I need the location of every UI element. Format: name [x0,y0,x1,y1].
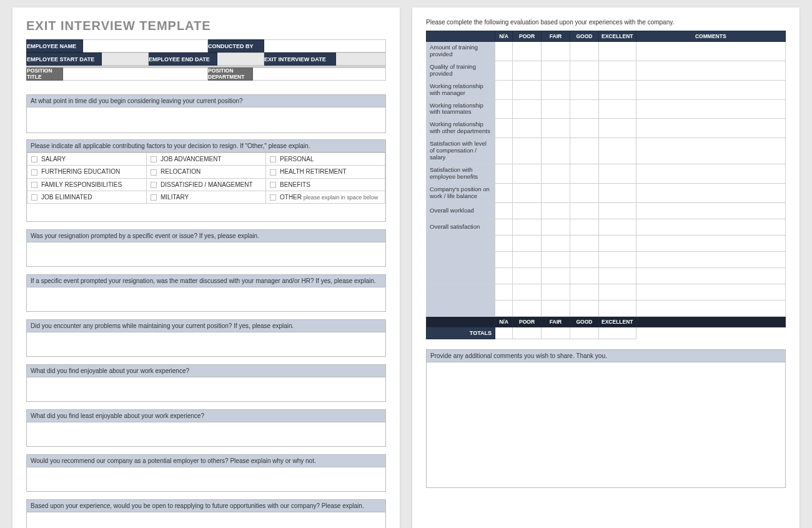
rating-comment[interactable] [636,42,785,61]
rating-total-excellent[interactable] [599,327,636,339]
factor-personal[interactable]: PERSONAL [266,153,385,166]
rating-cell[interactable] [599,80,636,99]
rating-cell[interactable] [513,235,542,251]
rating-cell[interactable] [513,42,542,61]
rating-row-blank[interactable] [427,235,495,251]
rating-row-blank[interactable] [427,267,495,284]
field-employee-name[interactable] [83,40,208,52]
rating-cell[interactable] [570,202,599,219]
question-1-answer[interactable] [27,107,385,132]
rating-row-blank[interactable] [427,284,495,300]
rating-cell[interactable] [495,251,513,267]
factor-family-responsibilities[interactable]: FAMILY RESPONSIBILITIES [27,178,147,191]
rating-comment[interactable] [636,235,785,251]
factor-benefits[interactable]: BENEFITS [266,178,385,191]
rating-row-blank[interactable] [427,251,495,267]
rating-total-good[interactable] [570,327,599,339]
rating-cell[interactable] [513,267,542,284]
rating-comment[interactable] [636,202,785,219]
rating-cell[interactable] [495,284,513,300]
rating-cell[interactable] [542,61,570,80]
question-6-answer[interactable] [27,377,385,401]
question-5-answer[interactable] [27,332,385,356]
rating-cell[interactable] [542,202,570,219]
rating-cell[interactable] [513,99,542,119]
rating-cell[interactable] [513,300,542,316]
rating-cell[interactable] [542,251,570,267]
rating-cell[interactable] [542,164,570,183]
rating-cell[interactable] [513,219,542,235]
factor-military[interactable]: MILITARY [147,191,266,204]
rating-cell[interactable] [495,202,513,219]
rating-cell[interactable] [513,251,542,267]
rating-cell[interactable] [570,42,599,61]
rating-cell[interactable] [570,80,599,99]
rating-cell[interactable] [513,284,542,300]
rating-cell[interactable] [542,80,570,99]
rating-cell[interactable] [513,138,542,164]
rating-comment[interactable] [636,138,785,164]
question-9-answer[interactable] [27,512,385,528]
rating-cell[interactable] [570,183,599,202]
rating-cell[interactable] [599,284,636,300]
field-interview-date[interactable] [336,53,386,66]
rating-total-poor[interactable] [513,327,542,339]
rating-cell[interactable] [570,138,599,164]
rating-cell[interactable] [542,267,570,284]
rating-cell[interactable] [570,219,599,235]
rating-comment[interactable] [636,99,785,119]
rating-cell[interactable] [542,42,570,61]
rating-cell[interactable] [495,235,513,251]
rating-comment[interactable] [636,164,785,183]
rating-cell[interactable] [570,61,599,80]
rating-cell[interactable] [542,119,570,138]
rating-cell[interactable] [495,164,513,183]
rating-cell[interactable] [570,284,599,300]
rating-comment[interactable] [636,80,785,99]
rating-cell[interactable] [570,267,599,284]
rating-cell[interactable] [495,119,513,138]
factor-job-eliminated[interactable]: JOB ELIMINATED [27,191,147,204]
rating-cell[interactable] [513,80,542,99]
rating-cell[interactable] [495,80,513,99]
additional-comments-field[interactable] [427,362,785,487]
field-end-date[interactable] [217,53,264,66]
rating-cell[interactable] [513,164,542,183]
rating-comment[interactable] [636,267,785,284]
rating-cell[interactable] [599,300,636,316]
factor-other[interactable]: OTHER please explain in space below [266,191,385,204]
rating-cell[interactable] [570,99,599,119]
rating-cell[interactable] [599,183,636,202]
rating-cell[interactable] [599,235,636,251]
rating-cell[interactable] [599,164,636,183]
factor-job-advancement[interactable]: JOB ADVANCEMENT [147,153,266,166]
rating-cell[interactable] [495,61,513,80]
rating-cell[interactable] [542,284,570,300]
factors-other-explain[interactable] [27,204,385,221]
rating-cell[interactable] [495,99,513,119]
factor-salary[interactable]: SALARY [27,153,147,166]
rating-comment[interactable] [636,251,785,267]
rating-cell[interactable] [599,267,636,284]
rating-comment[interactable] [636,219,785,235]
rating-cell[interactable] [513,183,542,202]
factor-relocation[interactable]: RELOCATION [147,166,266,178]
rating-cell[interactable] [495,267,513,284]
rating-comment[interactable] [636,61,785,80]
rating-comment[interactable] [636,300,785,316]
rating-cell[interactable] [570,300,599,316]
rating-cell[interactable] [513,119,542,138]
rating-cell[interactable] [542,138,570,164]
question-4-answer[interactable] [27,287,385,311]
rating-cell[interactable] [542,219,570,235]
field-position-department[interactable] [253,68,386,81]
rating-row-blank[interactable] [427,300,495,316]
rating-cell[interactable] [599,202,636,219]
rating-cell[interactable] [570,164,599,183]
rating-comment[interactable] [636,119,785,138]
rating-cell[interactable] [599,119,636,138]
rating-cell[interactable] [495,219,513,235]
rating-cell[interactable] [495,138,513,164]
field-conducted-by[interactable] [264,40,386,52]
field-start-date[interactable] [102,53,149,66]
